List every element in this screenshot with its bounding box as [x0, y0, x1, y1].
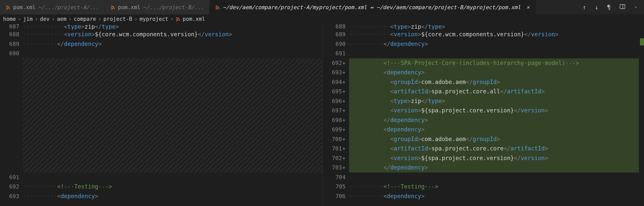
chevron-right-icon: › — [18, 16, 21, 22]
line-gutter-right: 688689690691692+693+694+695+696+697+698+… — [323, 24, 349, 206]
crumb[interactable]: home — [3, 16, 16, 22]
diff-right-pane[interactable]: 688689690691692+693+694+695+696+697+698+… — [323, 24, 644, 206]
more-icon[interactable]: · — [634, 4, 637, 11]
breadcrumb: home› jim› dev› aem› compare› project-B›… — [0, 14, 644, 24]
tab-bar: pom.xml ~/.../project-A/... pom.xml ~/..… — [0, 0, 644, 14]
svg-rect-0 — [620, 4, 625, 9]
tab-pom-b[interactable]: pom.xml ~/.../project-B/... — [105, 0, 210, 14]
chevron-right-icon: › — [134, 16, 138, 22]
xml-file-icon — [176, 16, 181, 22]
crumb[interactable]: aem — [57, 16, 66, 22]
diff-editor: 687688689690............691692693 ······… — [0, 24, 644, 206]
tab-label: ~/dev/aem/compare/project-A/myproject/po… — [223, 4, 521, 10]
crumb[interactable]: myproject — [140, 16, 168, 22]
xml-file-icon — [6, 5, 11, 10]
split-layout-icon[interactable] — [619, 4, 626, 11]
pilcrow-icon[interactable]: ¶ — [607, 4, 611, 11]
code-left[interactable]: ············<type>zip</type>············… — [23, 24, 323, 206]
chevron-right-icon: › — [68, 16, 72, 22]
line-gutter-left: 687688689690............691692693 — [0, 24, 23, 206]
chevron-right-icon: › — [170, 16, 174, 22]
tab-label: pom.xml — [13, 4, 36, 10]
crumb[interactable]: compare — [74, 16, 96, 22]
chevron-right-icon: › — [98, 16, 102, 22]
tab-hint: ~/.../project-A/... — [38, 4, 99, 10]
tab-hint: ~/.../project-B/... — [143, 4, 204, 10]
chevron-right-icon: › — [35, 16, 38, 22]
tab-diff[interactable]: ~/dev/aem/compare/project-A/myproject/po… — [210, 0, 535, 14]
crumb[interactable]: dev — [40, 16, 50, 22]
tab-pom-a[interactable]: pom.xml ~/.../project-A/... — [0, 0, 105, 14]
crumb[interactable]: jim — [23, 16, 33, 22]
arrow-down-icon[interactable]: ↓ — [595, 4, 598, 11]
chevron-right-icon: › — [52, 16, 55, 22]
xml-file-icon — [215, 5, 220, 10]
overview-ruler[interactable] — [639, 24, 644, 206]
code-right[interactable]: ············<type>zip</type>············… — [349, 24, 644, 206]
close-icon[interactable]: × — [526, 4, 529, 10]
tab-controls: ↑ ↓ ¶ · — [575, 4, 644, 11]
crumb[interactable]: pom.xml — [183, 16, 205, 22]
diff-left-pane[interactable]: 687688689690............691692693 ······… — [0, 24, 323, 206]
xml-file-icon — [110, 5, 116, 10]
arrow-up-icon[interactable]: ↑ — [582, 4, 586, 11]
tab-label: pom.xml — [118, 4, 141, 10]
crumb[interactable]: project-B — [103, 16, 132, 22]
